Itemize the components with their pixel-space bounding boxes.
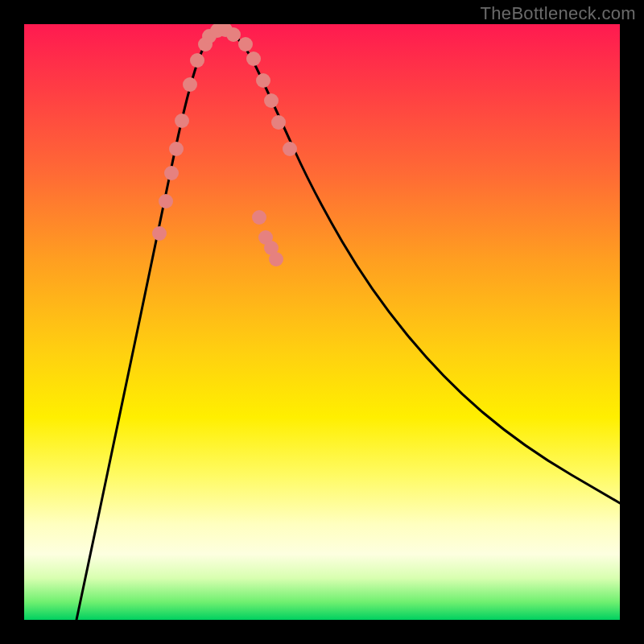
data-marker — [169, 142, 184, 156]
data-marker — [159, 194, 173, 208]
main-curve-path — [76, 32, 620, 620]
data-marker — [269, 252, 283, 266]
data-marker — [264, 93, 279, 108]
bottleneck-curve — [24, 24, 620, 620]
data-marker — [226, 27, 241, 42]
watermark-text: TheBottleneck.com — [481, 3, 636, 24]
plot-area — [24, 24, 620, 620]
data-marker — [164, 166, 179, 180]
data-marker — [252, 210, 266, 225]
data-marker — [152, 226, 167, 241]
data-marker — [190, 53, 204, 68]
chart-frame: TheBottleneck.com — [0, 0, 644, 644]
data-marker — [175, 114, 189, 128]
data-marker — [283, 142, 297, 156]
data-marker — [256, 73, 270, 88]
data-marker — [271, 115, 286, 130]
data-marker — [238, 37, 253, 52]
data-marker — [246, 52, 261, 66]
data-marker — [183, 77, 197, 92]
